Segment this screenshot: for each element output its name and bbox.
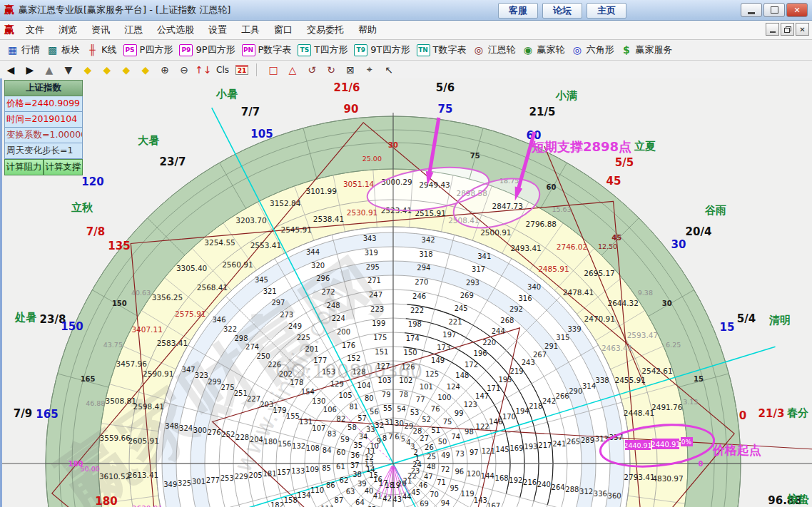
svg-text:86: 86: [326, 481, 335, 489]
pan-left-icon[interactable]: ◀: [2, 62, 19, 77]
gann-wheel-canvas[interactable]: 赢家财富网www.yingjia.comQQ:10080036012345678…: [2, 78, 812, 507]
toolbar-gann-wheel-button[interactable]: ◎江恩轮: [472, 43, 515, 56]
mdi-close-button[interactable]: ✕: [796, 23, 809, 36]
menu-item-资讯[interactable]: 资讯: [84, 21, 117, 39]
menu-item-帮助[interactable]: 帮助: [351, 21, 384, 39]
menu-item-交易委托[interactable]: 交易委托: [300, 21, 351, 39]
svg-text:2793.41: 2793.41: [624, 473, 654, 481]
minimize-button[interactable]: [741, 3, 762, 17]
diamond-down-icon[interactable]: ◆: [137, 62, 154, 77]
close-button[interactable]: ✕: [786, 3, 808, 17]
diamond-right-icon[interactable]: ◆: [98, 62, 116, 77]
svg-text:85: 85: [322, 464, 331, 472]
toolbar-p-square-button[interactable]: PSP四方形: [123, 43, 173, 56]
svg-text:小暑: 小暑: [215, 88, 238, 101]
chart-workspace: 上证指数 价格=2440.9099时间=20190104变换系数=1.00000…: [0, 78, 812, 507]
svg-text:152: 152: [347, 354, 360, 362]
pointer-icon[interactable]: ↖: [380, 62, 397, 77]
svg-text:360: 360: [608, 492, 621, 500]
svg-text:52: 52: [422, 416, 431, 424]
toolbar-9p-square-button[interactable]: P99P四方形: [179, 43, 235, 56]
toolbar-9t-square-button[interactable]: T99T四方形: [354, 43, 410, 56]
svg-text:63: 63: [346, 488, 355, 496]
svg-text:3305.40: 3305.40: [176, 264, 207, 272]
rect-tool-icon[interactable]: □: [265, 62, 282, 77]
svg-text:90: 90: [344, 103, 359, 116]
svg-text:25.00: 25.00: [362, 155, 382, 163]
svg-text:172: 172: [465, 361, 478, 369]
titlebar-button-0[interactable]: 客服: [498, 3, 538, 19]
svg-text:40: 40: [365, 487, 374, 495]
updown-icon[interactable]: ↑↓: [195, 62, 212, 77]
menu-item-文件[interactable]: 文件: [19, 21, 51, 39]
svg-text:9.38: 9.38: [638, 289, 653, 297]
t-number-table-icon: TN: [417, 44, 430, 56]
calc-resistance-button[interactable]: 计算阻力: [4, 159, 44, 175]
svg-text:4: 4: [406, 439, 410, 446]
toolbar-sectors-button[interactable]: ▩板块: [46, 43, 80, 56]
svg-text:265: 265: [567, 438, 580, 446]
svg-text:200: 200: [337, 328, 350, 336]
flag-down-icon[interactable]: ▼: [60, 62, 77, 77]
menu-item-公式选股[interactable]: 公式选股: [150, 21, 201, 39]
titlebar-button-1[interactable]: 论坛: [542, 3, 582, 19]
svg-text:55: 55: [383, 404, 392, 412]
triangle-tool-icon[interactable]: △: [284, 62, 301, 77]
pan-right-icon[interactable]: ▶: [21, 62, 39, 77]
toolbar-kline-button[interactable]: ╫K线: [86, 43, 117, 56]
svg-text:7: 7: [388, 433, 392, 441]
calc-support-button[interactable]: 计算支撑: [44, 159, 83, 175]
menu-item-江恩[interactable]: 江恩: [117, 21, 150, 39]
svg-text:49: 49: [441, 451, 450, 459]
svg-text:167: 167: [487, 502, 500, 507]
svg-text:75: 75: [470, 152, 480, 160]
svg-text:196: 196: [474, 349, 487, 357]
svg-text:128: 128: [352, 368, 365, 376]
crosshair-icon[interactable]: ⌖: [361, 62, 378, 77]
rotate-ccw-icon[interactable]: ↺: [303, 62, 320, 77]
rotate-cw-icon[interactable]: ↻: [323, 62, 340, 77]
menu-item-设置[interactable]: 设置: [201, 21, 234, 39]
diamond-up-icon[interactable]: ◆: [118, 62, 135, 77]
svg-text:2470.91: 2470.91: [584, 314, 615, 323]
mdi-restore-button[interactable]: [781, 23, 794, 36]
svg-text:108: 108: [306, 444, 320, 452]
flag-up-icon[interactable]: ▲: [41, 62, 58, 77]
svg-text:119: 119: [461, 490, 474, 498]
zoom-out-icon[interactable]: ⊖: [176, 62, 193, 77]
calendar-icon[interactable]: 21: [233, 62, 250, 77]
toolbar-t-square-button[interactable]: TST四方形: [298, 43, 347, 56]
svg-text:317: 317: [472, 265, 485, 273]
svg-text:250: 250: [257, 352, 270, 360]
svg-text:347: 347: [182, 366, 196, 374]
svg-text:201: 201: [305, 345, 318, 353]
svg-text:小满: 小满: [555, 89, 577, 102]
box-x-icon[interactable]: ⊠: [342, 62, 359, 77]
toolbar-winner-wheel-button[interactable]: ◉赢家轮: [522, 43, 564, 56]
svg-text:268: 268: [500, 317, 514, 324]
toolbar-t-number-table-button[interactable]: TNT数字表: [417, 43, 467, 56]
menu-item-窗口[interactable]: 窗口: [267, 21, 300, 39]
cls-button[interactable]: Cls: [214, 62, 231, 77]
menu-item-工具[interactable]: 工具: [234, 21, 267, 39]
svg-text:180: 180: [68, 460, 83, 468]
toolbar-hexagon-button[interactable]: ◎六角形: [571, 43, 614, 56]
toolbar-winner-service-button[interactable]: $赢家服务: [620, 43, 672, 56]
menu-item-浏览[interactable]: 浏览: [51, 21, 84, 39]
maximize-button[interactable]: [763, 3, 785, 17]
svg-text:2478.41: 2478.41: [563, 288, 594, 297]
zoom-in-icon[interactable]: ⊕: [156, 62, 173, 77]
svg-text:151: 151: [375, 348, 388, 356]
titlebar-button-2[interactable]: 主页: [587, 3, 626, 19]
toolbar-p-number-table-button[interactable]: PNP数字表: [242, 43, 292, 56]
svg-text:100: 100: [437, 394, 451, 401]
svg-text:120: 120: [467, 470, 480, 478]
diamond-left-icon[interactable]: ◆: [79, 62, 96, 77]
svg-text:153: 153: [322, 368, 335, 376]
svg-text:227: 227: [247, 395, 260, 403]
svg-text:3407.11: 3407.11: [131, 325, 162, 334]
toolbar-quotes-button[interactable]: ▦行情: [6, 43, 40, 56]
drawing-toolbar: ◀▶▲▼◆◆◆◆⊕⊖↑↓Cls21□△↺↻⊠⌖↖: [0, 61, 812, 79]
svg-text:2463.41: 2463.41: [602, 344, 632, 352]
mdi-minimize-button[interactable]: [766, 23, 779, 36]
